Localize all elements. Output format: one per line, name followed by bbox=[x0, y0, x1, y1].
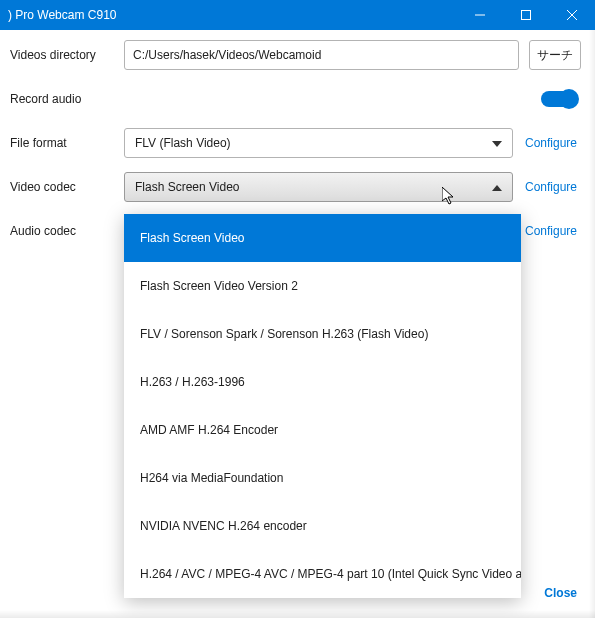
videos-directory-input[interactable] bbox=[124, 40, 519, 70]
dropdown-item[interactable]: AMD AMF H.264 Encoder bbox=[124, 406, 521, 454]
chevron-up-icon bbox=[492, 180, 502, 194]
svg-marker-4 bbox=[492, 141, 502, 147]
video-codec-dropdown: Flash Screen Video Flash Screen Video Ve… bbox=[124, 214, 521, 598]
svg-rect-1 bbox=[522, 11, 531, 20]
minimize-button[interactable] bbox=[457, 0, 503, 30]
file-format-label: File format bbox=[0, 136, 124, 150]
window-titlebar: ) Pro Webcam C910 bbox=[0, 0, 595, 30]
window-shadow bbox=[0, 610, 595, 618]
record-audio-label: Record audio bbox=[0, 92, 124, 106]
audio-codec-label: Audio codec bbox=[0, 224, 124, 238]
videos-directory-label: Videos directory bbox=[0, 48, 124, 62]
video-codec-value: Flash Screen Video bbox=[135, 180, 240, 194]
record-audio-row: Record audio bbox=[0, 84, 581, 114]
video-codec-row: Video codec Flash Screen Video Configure bbox=[0, 172, 581, 202]
dropdown-item[interactable]: H.263 / H.263-1996 bbox=[124, 358, 521, 406]
close-button[interactable]: Close bbox=[544, 586, 577, 600]
video-codec-label: Video codec bbox=[0, 180, 124, 194]
close-window-button[interactable] bbox=[549, 0, 595, 30]
window-title: ) Pro Webcam C910 bbox=[8, 8, 457, 22]
record-audio-toggle[interactable] bbox=[541, 91, 577, 107]
video-codec-configure-link[interactable]: Configure bbox=[521, 180, 581, 194]
titlebar-buttons bbox=[457, 0, 595, 30]
dropdown-item[interactable]: H264 via MediaFoundation bbox=[124, 454, 521, 502]
videos-directory-row: Videos directory サーチ bbox=[0, 40, 581, 70]
file-format-row: File format FLV (Flash Video) Configure bbox=[0, 128, 581, 158]
maximize-button[interactable] bbox=[503, 0, 549, 30]
file-format-combo[interactable]: FLV (Flash Video) bbox=[124, 128, 513, 158]
svg-marker-5 bbox=[492, 185, 502, 191]
dropdown-item[interactable]: NVIDIA NVENC H.264 encoder bbox=[124, 502, 521, 550]
dropdown-item[interactable]: Flash Screen Video bbox=[124, 214, 521, 262]
dropdown-item[interactable]: H.264 / AVC / MPEG-4 AVC / MPEG-4 part 1… bbox=[124, 550, 521, 598]
chevron-down-icon bbox=[492, 136, 502, 150]
file-format-configure-link[interactable]: Configure bbox=[521, 136, 581, 150]
search-button[interactable]: サーチ bbox=[529, 40, 581, 70]
file-format-value: FLV (Flash Video) bbox=[135, 136, 231, 150]
dropdown-item[interactable]: FLV / Sorenson Spark / Sorenson H.263 (F… bbox=[124, 310, 521, 358]
video-codec-combo[interactable]: Flash Screen Video bbox=[124, 172, 513, 202]
dropdown-item[interactable]: Flash Screen Video Version 2 bbox=[124, 262, 521, 310]
audio-codec-configure-link[interactable]: Configure bbox=[521, 224, 581, 238]
